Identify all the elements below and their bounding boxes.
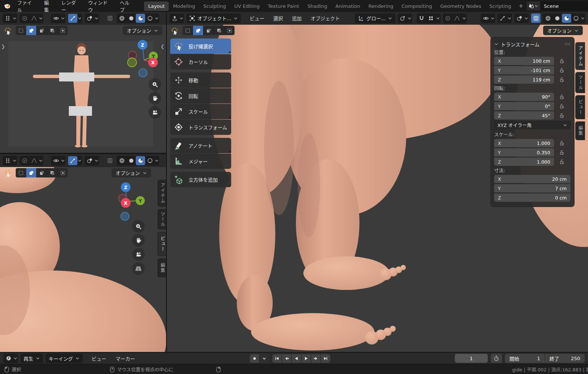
select-mode-difference[interactable] (47, 26, 57, 35)
menu-view[interactable]: ビュー (246, 13, 267, 24)
prev-keyframe-button[interactable] (282, 354, 291, 363)
dimensions-y-field[interactable]: Y7 cm (494, 184, 570, 192)
editor-type-button[interactable] (3, 156, 17, 166)
sidebar-collapse-arrow[interactable]: ❮ (160, 44, 165, 49)
tab-tool-b[interactable]: ツール (157, 209, 166, 229)
lock-icon[interactable] (559, 67, 565, 73)
options-button-main[interactable]: オプション (543, 26, 583, 35)
playback-menu[interactable]: 再生 (21, 353, 43, 363)
lock-icon[interactable] (559, 140, 565, 146)
timeline-marker-menu[interactable]: マーカー (112, 353, 138, 364)
transform-panel-header[interactable]: トランスフォーム (494, 39, 571, 49)
jump-to-end-button[interactable] (321, 354, 330, 363)
rotation-x-field[interactable]: X90° (494, 93, 554, 101)
next-keyframe-button[interactable] (311, 354, 321, 363)
shading-solid-button[interactable] (552, 14, 562, 23)
falloff-button[interactable] (453, 14, 462, 23)
timeline-view-menu[interactable]: ビュー (88, 353, 110, 364)
tab-shading[interactable]: Shading (303, 1, 331, 11)
select-mode-intersect[interactable] (58, 26, 68, 35)
tab-rendering[interactable]: Rendering (364, 1, 397, 11)
select-mode-subtract[interactable] (37, 168, 47, 177)
select-mode-subtract[interactable] (203, 26, 214, 35)
timeline-editor-type-button[interactable] (3, 353, 18, 363)
tab-scripting[interactable]: Scripting (486, 1, 515, 11)
auto-key-button[interactable] (250, 354, 259, 363)
proportional-editing-button[interactable] (20, 156, 29, 165)
tab-edit-b[interactable]: 編集 (157, 259, 166, 277)
tool-lasso-select[interactable]: 投げ縄選択 (170, 38, 231, 54)
tab-texture-paint[interactable]: Texture Paint (264, 1, 303, 11)
tab-modeling[interactable]: Modeling (169, 1, 199, 11)
tool-transform[interactable]: トランスフォーム (170, 120, 231, 135)
proportional-editing-button[interactable] (20, 14, 29, 23)
pan-button[interactable] (148, 92, 161, 105)
play-reverse-button[interactable] (292, 354, 301, 363)
zoom-button[interactable] (148, 78, 161, 91)
tool-move[interactable]: 移動 (170, 72, 231, 88)
pivot-dropdown[interactable] (398, 13, 412, 23)
scene-browse-button[interactable] (527, 1, 540, 10)
location-x-field[interactable]: X100 cm (494, 57, 554, 65)
shading-rendered-button[interactable] (145, 156, 154, 165)
tab-sculpting[interactable]: Sculpting (199, 1, 230, 11)
shading-solid-button[interactable] (126, 156, 136, 165)
menu-object[interactable]: オブジェクト (307, 13, 343, 24)
select-mode-intersect[interactable] (58, 168, 68, 177)
menu-add[interactable]: 追加 (288, 13, 305, 24)
rotation-y-field[interactable]: Y0° (494, 102, 554, 110)
visibility-button[interactable] (51, 13, 65, 23)
tool-scale[interactable]: スケール (170, 104, 231, 119)
scale-y-field[interactable]: Y0.350 (494, 148, 554, 157)
select-mode-difference[interactable] (214, 26, 224, 35)
rotation-mode-dropdown[interactable]: XYZ オイラー角 (494, 121, 571, 129)
snap-target-button[interactable] (426, 14, 436, 23)
shading-rendered-button[interactable] (571, 14, 581, 23)
visibility-button[interactable] (481, 13, 495, 23)
camera-view-button[interactable] (132, 248, 145, 261)
shading-material-button[interactable] (136, 156, 145, 165)
location-y-field[interactable]: Y-101 cm (494, 66, 554, 74)
add-workspace-button[interactable]: + (515, 1, 527, 10)
tool-rotate[interactable]: 回転 (170, 88, 231, 103)
shading-rendered-button[interactable] (145, 14, 154, 23)
lock-icon[interactable] (559, 159, 565, 165)
xray-button[interactable] (105, 156, 114, 165)
location-z-field[interactable]: Z119 cm (494, 75, 554, 84)
editor-type-button[interactable] (3, 13, 17, 23)
jump-to-start-button[interactable] (272, 354, 282, 363)
tab-item-b[interactable]: アイテム (157, 180, 166, 207)
tool-measure[interactable]: メジャー (170, 154, 231, 169)
current-frame-field[interactable]: 1 (455, 354, 488, 363)
lock-icon[interactable] (559, 58, 565, 64)
lock-icon[interactable] (559, 112, 565, 118)
falloff-button[interactable] (29, 156, 39, 165)
keying-menu[interactable]: キーイング (46, 353, 83, 363)
toolbar-expand-arrow[interactable]: ❯ (1, 44, 5, 49)
overlays-button[interactable] (85, 14, 94, 23)
tab-view-main[interactable]: ビュー (575, 95, 585, 119)
select-mode-extend[interactable] (26, 168, 36, 177)
main-viewport-canvas[interactable]: オプション 投げ縄選択 カーソル (167, 25, 588, 352)
lock-icon[interactable] (559, 94, 565, 100)
lock-icon[interactable] (559, 149, 565, 155)
proportional-editing-button[interactable] (443, 14, 453, 23)
shading-material-button[interactable] (136, 14, 145, 23)
shading-solid-button[interactable] (126, 14, 136, 23)
options-button-b[interactable]: オプション (111, 168, 151, 177)
select-mode-extend[interactable] (26, 26, 36, 35)
shading-wireframe-button[interactable] (117, 14, 126, 23)
select-mode-difference[interactable] (47, 168, 57, 177)
shading-wireframe-button[interactable] (543, 14, 552, 23)
overlays-button[interactable] (85, 156, 94, 165)
tool-cursor[interactable]: カーソル (170, 54, 231, 69)
dimensions-z-field[interactable]: Z0 cm (494, 194, 570, 202)
tool-add-cube[interactable]: 立方体を追加 (170, 172, 231, 187)
shading-wireframe-button[interactable] (117, 156, 126, 165)
tab-tool-main[interactable]: ツール (575, 72, 585, 93)
camera-view-button[interactable] (148, 106, 161, 119)
editor-type-button[interactable] (169, 13, 184, 23)
select-mode-new[interactable] (16, 168, 26, 177)
falloff-button[interactable] (29, 14, 39, 23)
perspective-toggle-button[interactable] (132, 262, 145, 275)
